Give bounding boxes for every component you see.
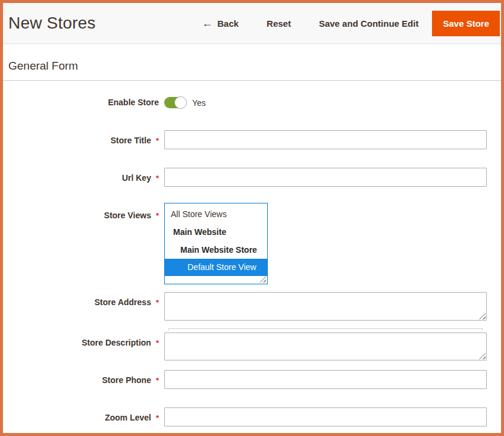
- store-views-label-wrap: Store Views *: [3, 203, 159, 221]
- store-description-row: Store Description *: [3, 333, 501, 360]
- store-views-listbox[interactable]: All Store Views Main Website Main Websit…: [164, 203, 268, 284]
- store-views-row: Store Views * All Store Views Main Websi…: [3, 203, 501, 284]
- header-actions: ← Back Reset Save and Continue Edit Save…: [202, 11, 500, 36]
- zoom-level-input[interactable]: [164, 407, 487, 426]
- store-title-label: Store Title: [111, 136, 151, 145]
- enable-store-label-wrap: Enable Store: [3, 96, 159, 107]
- option-default-store-view[interactable]: Default Store View: [165, 259, 267, 276]
- store-title-input[interactable]: [164, 130, 487, 149]
- option-main-website[interactable]: Main Website: [165, 223, 267, 241]
- store-description-label-wrap: Store Description *: [3, 333, 159, 348]
- store-title-row: Store Title *: [3, 130, 501, 149]
- store-address-label-wrap: Store Address *: [3, 292, 159, 308]
- resize-handle-icon[interactable]: [259, 276, 266, 283]
- save-store-button[interactable]: Save Store: [432, 11, 500, 36]
- enable-store-label: Enable Store: [108, 98, 159, 107]
- zoom-level-row: Zoom Level *: [3, 407, 501, 426]
- collapsed-textarea-artifact: [168, 328, 483, 331]
- section-title: General Form: [8, 59, 496, 73]
- store-address-row: Store Address *: [3, 292, 501, 321]
- page-title: New Stores: [8, 14, 96, 33]
- store-address-label: Store Address: [95, 297, 151, 307]
- store-views-label: Store Views: [104, 211, 151, 220]
- reset-button[interactable]: Reset: [267, 18, 291, 29]
- option-all-store-views[interactable]: All Store Views: [165, 205, 267, 223]
- enable-store-toggle[interactable]: [164, 97, 186, 108]
- store-title-label-wrap: Store Title *: [3, 130, 159, 146]
- save-and-continue-label: Save and Continue Edit: [319, 18, 419, 29]
- store-description-field: [164, 333, 487, 360]
- required-asterisk: *: [156, 298, 159, 308]
- url-key-label: Url Key: [122, 173, 151, 183]
- zoom-level-label: Zoom Level: [105, 413, 151, 422]
- back-button[interactable]: ← Back: [202, 18, 239, 29]
- back-button-label: Back: [217, 18, 239, 29]
- required-asterisk: *: [156, 136, 159, 146]
- general-form: Enable Store Yes Store Title * Url Key *: [3, 81, 501, 426]
- zoom-level-field: [164, 407, 487, 426]
- store-phone-field: [164, 370, 487, 389]
- store-views-field: All Store Views Main Website Main Websit…: [164, 203, 268, 284]
- required-asterisk: *: [156, 174, 159, 183]
- back-arrow-icon: ←: [202, 18, 212, 29]
- store-title-field: [164, 130, 487, 149]
- store-phone-input[interactable]: [164, 370, 487, 389]
- store-phone-label-wrap: Store Phone *: [3, 370, 159, 385]
- store-address-field: [164, 292, 487, 321]
- store-description-textarea[interactable]: [164, 333, 487, 360]
- enable-store-row: Enable Store Yes: [3, 96, 501, 108]
- required-asterisk: *: [156, 211, 159, 221]
- new-store-page: { "page": { "title": "New Stores" }, "he…: [0, 0, 504, 436]
- reset-button-label: Reset: [267, 18, 291, 29]
- required-asterisk: *: [156, 338, 159, 348]
- required-asterisk: *: [156, 413, 159, 423]
- enable-store-state: Yes: [192, 98, 206, 108]
- save-and-continue-button[interactable]: Save and Continue Edit: [319, 18, 419, 29]
- store-description-label: Store Description: [82, 338, 151, 347]
- url-key-input[interactable]: [164, 168, 487, 187]
- enable-store-field: Yes: [164, 96, 206, 108]
- store-phone-row: Store Phone *: [3, 370, 501, 389]
- required-asterisk: *: [156, 376, 159, 385]
- section-header: General Form: [3, 44, 501, 81]
- store-phone-label: Store Phone: [102, 375, 151, 385]
- page-header: New Stores ← Back Reset Save and Continu…: [3, 3, 501, 44]
- url-key-field: [164, 168, 487, 187]
- zoom-level-label-wrap: Zoom Level *: [3, 407, 159, 423]
- toggle-knob: [174, 96, 187, 109]
- store-address-textarea[interactable]: [164, 292, 487, 321]
- url-key-row: Url Key *: [3, 168, 501, 187]
- url-key-label-wrap: Url Key *: [3, 168, 159, 183]
- option-main-website-store[interactable]: Main Website Store: [165, 241, 267, 259]
